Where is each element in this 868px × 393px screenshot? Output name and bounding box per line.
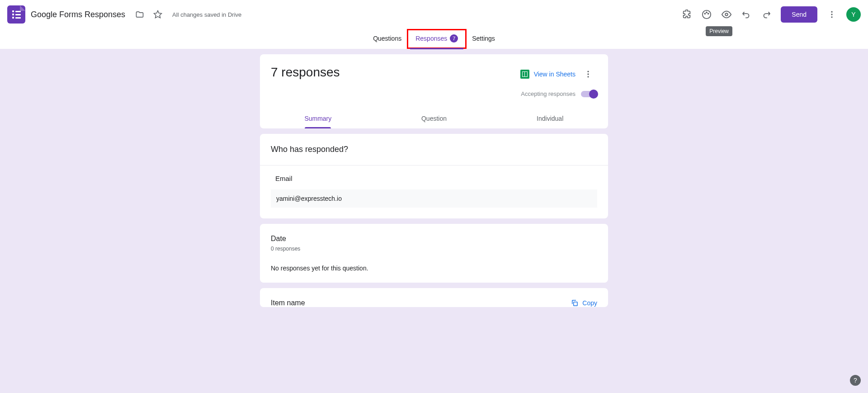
puzzle-icon: [682, 9, 692, 19]
tab-questions[interactable]: Questions: [368, 29, 407, 49]
svg-point-11: [587, 76, 589, 77]
responses-more-button[interactable]: [579, 65, 597, 83]
svg-point-4: [708, 13, 709, 14]
star-icon: [153, 10, 162, 19]
view-in-sheets-link[interactable]: View in Sheets: [520, 70, 576, 79]
main-tabs: Questions Responses 7 Settings: [0, 29, 868, 49]
date-question-card: Date 0 responses No responses yet for th…: [260, 224, 608, 283]
svg-point-5: [726, 13, 728, 16]
undo-button[interactable]: [737, 5, 755, 24]
tab-responses[interactable]: Responses 7: [410, 29, 463, 49]
no-responses-message: No responses yet for this question.: [271, 265, 597, 272]
svg-point-6: [831, 11, 832, 13]
date-responses-count: 0 responses: [271, 246, 597, 252]
subtab-summary[interactable]: Summary: [260, 109, 376, 128]
accepting-responses-toggle[interactable]: [581, 91, 597, 97]
save-status: All changes saved in Drive: [172, 11, 241, 18]
move-to-folder-button[interactable]: [131, 5, 149, 24]
svg-point-10: [587, 73, 589, 75]
forms-logo-icon: [7, 5, 25, 24]
subtab-individual[interactable]: Individual: [492, 109, 608, 128]
date-title: Date: [271, 235, 597, 243]
header-actions: Send Y: [678, 5, 861, 24]
undo-icon: [741, 9, 751, 19]
svg-point-2: [705, 13, 706, 14]
email-label: Email: [271, 175, 597, 182]
eye-icon: [722, 9, 731, 19]
tab-settings[interactable]: Settings: [467, 29, 500, 49]
send-button[interactable]: Send: [781, 6, 817, 23]
sheets-icon: [520, 70, 529, 79]
copy-chart-link[interactable]: Copy: [571, 299, 597, 307]
folder-icon: [135, 10, 144, 19]
svg-point-9: [587, 71, 589, 72]
who-responded-title: Who has responded?: [260, 134, 608, 166]
more-vertical-icon: [827, 10, 836, 19]
subtab-question[interactable]: Question: [376, 109, 492, 128]
more-options-button[interactable]: [823, 5, 841, 24]
account-avatar[interactable]: Y: [846, 7, 861, 22]
svg-point-8: [831, 16, 832, 18]
star-button[interactable]: [149, 5, 167, 24]
response-view-tabs: Summary Question Individual: [260, 108, 608, 128]
view-in-sheets-label: View in Sheets: [534, 71, 576, 78]
svg-point-3: [706, 12, 707, 13]
accepting-responses-label: Accepting responses: [521, 90, 576, 97]
responses-count-title: 7 responses: [271, 65, 340, 80]
tab-responses-label: Responses: [415, 35, 447, 42]
document-title[interactable]: Google Forms Responses: [31, 10, 125, 19]
svg-rect-12: [574, 302, 577, 306]
more-vertical-icon: [584, 70, 593, 79]
main-content: 7 responses View in Sheets Accepting res…: [0, 49, 868, 393]
palette-icon: [702, 9, 712, 19]
customize-theme-button[interactable]: [698, 5, 716, 24]
who-responded-card: Who has responded? Email yamini@expresst…: [260, 134, 608, 218]
addons-button[interactable]: [678, 5, 696, 24]
responses-summary-card: 7 responses View in Sheets Accepting res…: [260, 54, 608, 128]
svg-marker-0: [154, 11, 162, 18]
item-name-card: Item name Copy: [260, 288, 608, 307]
annotation-highlight: Responses 7: [407, 29, 467, 49]
item-name-title: Item name: [271, 299, 305, 307]
redo-icon: [761, 9, 771, 19]
app-header: Google Forms Responses All changes saved…: [0, 0, 868, 29]
svg-point-7: [831, 14, 832, 15]
help-button[interactable]: ?: [850, 375, 861, 386]
preview-button[interactable]: [717, 5, 736, 24]
preview-tooltip: Preview: [706, 26, 732, 36]
copy-icon: [571, 299, 579, 307]
responses-count-badge: 7: [450, 34, 458, 43]
redo-button[interactable]: [757, 5, 775, 24]
copy-label: Copy: [582, 299, 597, 307]
email-value: yamini@expresstech.io: [271, 189, 597, 208]
